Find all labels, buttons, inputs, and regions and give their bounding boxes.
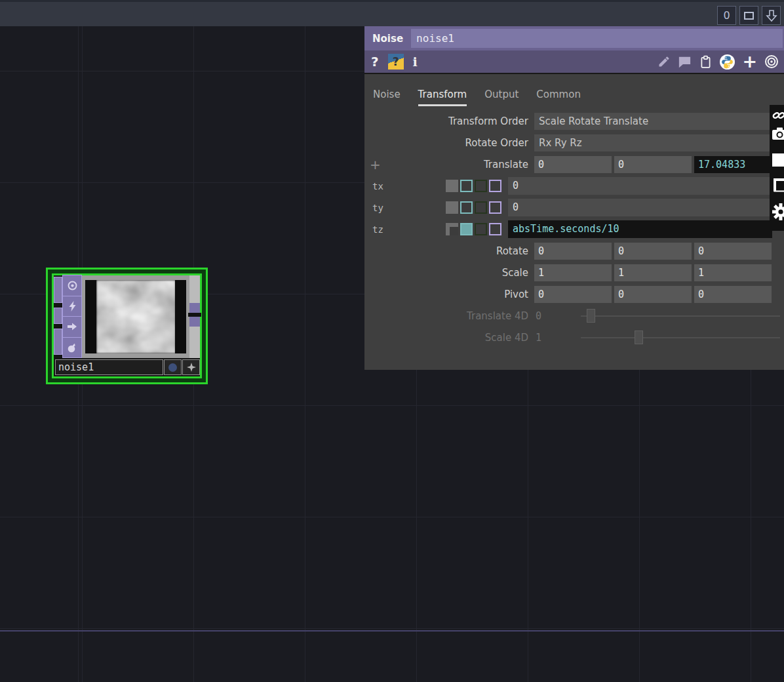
- translate-z-field[interactable]: 17.04833: [694, 156, 772, 173]
- mode-constant-toggle[interactable]: [446, 223, 458, 235]
- info-button[interactable]: i: [413, 54, 418, 69]
- ty-value-field[interactable]: 0: [508, 199, 772, 216]
- noise-preview-image: [96, 280, 175, 353]
- comment-icon[interactable]: [678, 56, 692, 68]
- pick-target-icon[interactable]: [764, 54, 779, 69]
- param-row-transform-order: Transform Order Scale Rotate Translate: [364, 110, 784, 132]
- scale-x-field[interactable]: 1: [534, 264, 612, 281]
- translate4d-slider[interactable]: [581, 309, 780, 323]
- node-viewer[interactable]: [82, 275, 189, 358]
- fill-square-icon[interactable]: [772, 153, 784, 167]
- slider-track: [581, 337, 780, 338]
- counter-button[interactable]: 0: [717, 6, 736, 25]
- param-row-scale4d: Scale 4D 1: [364, 327, 784, 348]
- top-toolbar: 0: [0, 0, 784, 26]
- operator-name-field[interactable]: noise1: [411, 29, 783, 48]
- channel-label: ty: [372, 203, 438, 213]
- param-row-rotate-order: Rotate Order Rx Ry Rz: [364, 132, 784, 153]
- viewer-flag-button[interactable]: [62, 275, 82, 296]
- scale-z-field[interactable]: 1: [694, 264, 772, 281]
- camera-icon[interactable]: [772, 127, 784, 140]
- node-color-swatch[interactable]: [164, 359, 182, 375]
- rotate-z-field[interactable]: 0: [694, 243, 772, 260]
- window-icon[interactable]: [772, 177, 784, 193]
- mode-bind-toggle[interactable]: [489, 180, 501, 192]
- mode-expression-toggle[interactable]: [460, 223, 473, 235]
- bypass-flag-button[interactable]: [62, 316, 82, 338]
- node-color-dot-icon: [168, 363, 177, 372]
- expand-toggle-icon[interactable]: +: [370, 158, 381, 171]
- arrow-down-outline-icon: [766, 9, 777, 22]
- dock-down-button[interactable]: [762, 6, 781, 25]
- maximize-button[interactable]: [739, 6, 758, 25]
- param-row-translate: + Translate 0 0 17.04833: [364, 153, 784, 175]
- param-row-tx: tx 0: [364, 175, 784, 197]
- add-icon[interactable]: +: [742, 55, 757, 68]
- window-maximize-icon: [744, 12, 754, 20]
- tab-common[interactable]: Common: [536, 89, 581, 106]
- param-row-ty: ty 0: [364, 197, 784, 218]
- scale4d-slider[interactable]: [581, 331, 780, 344]
- node-side-connector[interactable]: [54, 277, 62, 303]
- tz-expression-field[interactable]: absTime.seconds/10: [508, 220, 772, 238]
- mode-expression-toggle[interactable]: [460, 201, 473, 214]
- channel-label: tz: [372, 224, 438, 235]
- node-side-connector[interactable]: [54, 308, 62, 324]
- mode-expression-toggle[interactable]: [460, 180, 473, 192]
- help-button[interactable]: ?: [371, 54, 379, 70]
- tab-output[interactable]: Output: [484, 89, 519, 106]
- dialog-toolbar: ? ? i +: [364, 50, 784, 74]
- node-comment-button[interactable]: [182, 359, 200, 375]
- arrow-right-icon: [67, 322, 77, 331]
- mode-constant-toggle[interactable]: [446, 180, 458, 192]
- param-row-tz: tz absTime.seconds/10: [364, 218, 784, 240]
- viewer-letterbox: [85, 280, 186, 353]
- transform-order-menu[interactable]: Scale Rotate Translate: [534, 113, 772, 130]
- tab-transform[interactable]: Transform: [418, 89, 467, 106]
- tx-value-field[interactable]: 0: [508, 177, 772, 195]
- node-output-connector[interactable]: [189, 317, 200, 327]
- mode-export-toggle[interactable]: [475, 223, 487, 235]
- channel-label: tx: [372, 181, 438, 191]
- mode-export-toggle[interactable]: [475, 201, 487, 214]
- rotate-order-menu[interactable]: Rx Ry Rz: [534, 134, 772, 151]
- rotate-x-field[interactable]: 0: [534, 243, 612, 260]
- param-row-pivot: Pivot 0 0 0: [364, 283, 784, 305]
- param-label: Translate: [371, 159, 528, 170]
- mode-constant-toggle[interactable]: [446, 201, 458, 214]
- pivot-x-field[interactable]: 0: [534, 286, 612, 303]
- slider-handle[interactable]: [587, 309, 595, 323]
- param-label: Scale 4D: [371, 332, 528, 344]
- node-output-strip: [189, 275, 200, 358]
- copy-parameters-icon[interactable]: [699, 54, 713, 69]
- sparkle-star-icon: [186, 362, 197, 372]
- node-flags: [62, 275, 82, 358]
- mode-bind-toggle[interactable]: [489, 201, 501, 214]
- node-noise1[interactable]: noise1: [46, 268, 208, 384]
- rotate-y-field[interactable]: 0: [614, 243, 692, 260]
- scale-y-field[interactable]: 1: [614, 264, 692, 281]
- translate-y-field[interactable]: 0: [614, 156, 692, 173]
- pivot-y-field[interactable]: 0: [614, 286, 692, 303]
- scale4d-value[interactable]: 1: [536, 332, 572, 344]
- mode-export-toggle[interactable]: [475, 180, 487, 192]
- python-icon[interactable]: [720, 54, 735, 70]
- edit-pencil-icon[interactable]: [657, 55, 671, 68]
- slider-handle[interactable]: [635, 331, 643, 344]
- param-label: Rotate Order: [371, 137, 528, 149]
- mode-bind-toggle[interactable]: [489, 223, 501, 235]
- node-output-connector[interactable]: [189, 303, 200, 313]
- translate4d-value[interactable]: 0: [536, 310, 572, 322]
- gear-icon[interactable]: [772, 202, 784, 222]
- cook-flag-button[interactable]: [62, 296, 82, 317]
- node-name-field[interactable]: noise1: [55, 359, 163, 375]
- lock-flag-button[interactable]: [62, 337, 82, 359]
- param-row-scale: Scale 1 1 1: [364, 262, 784, 283]
- tab-noise[interactable]: Noise: [373, 89, 401, 106]
- pivot-z-field[interactable]: 0: [694, 286, 772, 303]
- python-help-button[interactable]: ?: [388, 54, 404, 70]
- node-side-connector[interactable]: [54, 329, 62, 355]
- translate-x-field[interactable]: 0: [534, 156, 612, 173]
- param-row-rotate: Rotate 0 0 0: [364, 240, 784, 262]
- link-icon[interactable]: [772, 109, 784, 122]
